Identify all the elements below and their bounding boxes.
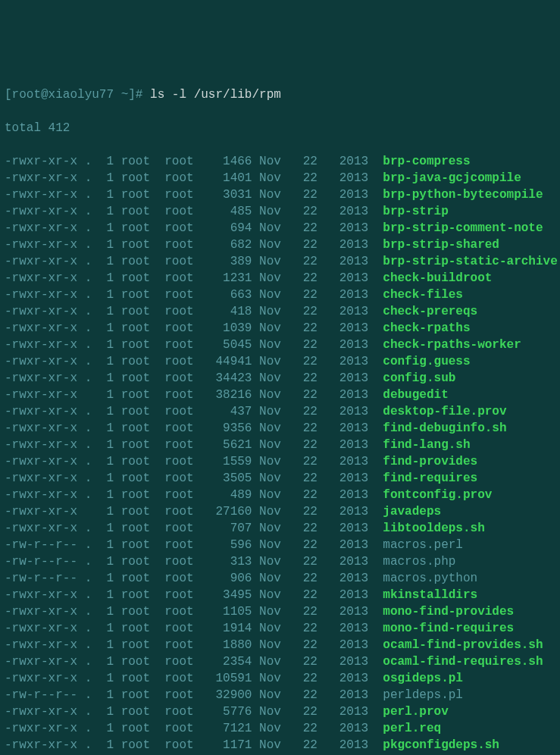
file-name: macros.php: [383, 553, 455, 570]
link-count: 1: [99, 653, 114, 670]
file-size: 418: [208, 303, 252, 320]
link-count: 1: [99, 703, 114, 720]
file-size: 596: [208, 537, 252, 553]
file-size: 3505: [208, 470, 252, 487]
file-size: 32900: [208, 687, 252, 703]
file-month: Nov: [259, 503, 288, 520]
file-size: 3031: [208, 186, 252, 203]
file-permissions: -rw-r--r--: [5, 687, 77, 703]
selinux-dot: .: [85, 203, 92, 220]
file-permissions: -rwxr-xr-x: [5, 320, 77, 337]
file-year-time: 2013: [325, 170, 369, 186]
file-permissions: -rwxr-xr-x: [5, 403, 77, 420]
file-permissions: -rwxr-xr-x: [5, 653, 77, 670]
file-permissions: -rw-r--r--: [5, 570, 77, 587]
file-size: 1914: [208, 620, 252, 637]
file-month: Nov: [259, 287, 288, 303]
file-year-time: 2013: [325, 553, 369, 570]
file-name: mono-find-requires: [383, 620, 514, 637]
file-month: Nov: [259, 470, 288, 487]
file-year-time: 2013: [325, 387, 369, 403]
file-size: 313: [208, 553, 252, 570]
file-group: root: [164, 653, 201, 670]
file-name: macros.perl: [383, 537, 463, 553]
file-day: 22: [296, 287, 318, 303]
file-permissions: -rwxr-xr-x: [5, 303, 77, 320]
link-count: 1: [99, 353, 114, 370]
file-size: 489: [208, 487, 252, 503]
file-name: javadeps: [383, 503, 441, 520]
link-count: 1: [99, 553, 114, 570]
list-item: -rwxr-xr-x . 1 root root 44941 Nov 22 20…: [5, 353, 555, 370]
file-owner: root: [121, 620, 158, 637]
list-item: -rwxr-xr-x . 1 root root 3031 Nov 22 201…: [5, 186, 555, 203]
file-size: 694: [208, 220, 252, 237]
file-month: Nov: [259, 737, 288, 753]
prompt-close: ]#: [128, 86, 142, 103]
file-group: root: [164, 703, 201, 720]
file-group: root: [164, 553, 201, 570]
list-item: -rw-r--r-- . 1 root root 32900 Nov 22 20…: [5, 687, 555, 703]
list-item: -rwxr-xr-x . 1 root root 9356 Nov 22 201…: [5, 420, 555, 437]
file-month: Nov: [259, 670, 288, 687]
file-owner: root: [121, 170, 158, 186]
file-group: root: [164, 320, 201, 337]
file-group: root: [164, 520, 201, 537]
selinux-dot: .: [85, 337, 92, 353]
list-item: -rwxr-xr-x . 1 root root 5045 Nov 22 201…: [5, 337, 555, 353]
file-permissions: -rwxr-xr-x: [5, 420, 77, 437]
list-item: -rwxr-xr-x . 1 root root 7121 Nov 22 201…: [5, 720, 555, 737]
file-day: 22: [296, 370, 318, 387]
file-name: find-debuginfo.sh: [383, 420, 506, 437]
list-item: -rwxr-xr-x . 1 root root 707 Nov 22 2013…: [5, 520, 555, 537]
file-day: 22: [296, 253, 318, 270]
file-owner: root: [121, 303, 158, 320]
link-count: 1: [99, 420, 114, 437]
prompt-user-host: root@xiaolyu77 ~: [12, 86, 129, 103]
file-day: 22: [296, 353, 318, 370]
file-name: mono-find-provides: [383, 603, 514, 620]
file-group: root: [164, 437, 201, 453]
file-year-time: 2013: [325, 287, 369, 303]
file-owner: root: [121, 186, 158, 203]
file-group: root: [164, 453, 201, 470]
file-name: brp-strip-shared: [383, 237, 499, 253]
file-day: 22: [296, 503, 318, 520]
list-item: -rwxr-xr-x . 1 root root 489 Nov 22 2013…: [5, 487, 555, 503]
file-day: 22: [296, 220, 318, 237]
file-day: 22: [296, 270, 318, 287]
terminal-output[interactable]: [root@xiaolyu77 ~]# ls -l /usr/lib/rpm t…: [5, 70, 555, 755]
file-month: Nov: [259, 303, 288, 320]
list-item: -rwxr-xr-x . 1 root root 1880 Nov 22 201…: [5, 637, 555, 653]
file-day: 22: [296, 520, 318, 537]
file-permissions: -rwxr-xr-x: [5, 603, 77, 620]
file-size: 5621: [208, 437, 252, 453]
file-year-time: 2013: [325, 703, 369, 720]
link-count: 1: [99, 437, 114, 453]
file-day: 22: [296, 720, 318, 737]
link-count: 1: [99, 537, 114, 553]
file-name: ocaml-find-requires.sh: [383, 653, 543, 670]
file-year-time: 2013: [325, 503, 369, 520]
file-permissions: -rwxr-xr-x: [5, 270, 77, 287]
link-count: 1: [99, 370, 114, 387]
file-day: 22: [296, 737, 318, 753]
file-owner: root: [121, 470, 158, 487]
list-item: -rwxr-xr-x . 1 root root 1559 Nov 22 201…: [5, 453, 555, 470]
link-count: 1: [99, 270, 114, 287]
file-month: Nov: [259, 553, 288, 570]
file-group: root: [164, 170, 201, 186]
file-day: 22: [296, 153, 318, 170]
file-day: 22: [296, 637, 318, 653]
list-item: -rwxr-xr-x . 1 root root 485 Nov 22 2013…: [5, 203, 555, 220]
selinux-dot: .: [85, 186, 92, 203]
list-item: -rwxr-xr-x . 1 root root 663 Nov 22 2013…: [5, 287, 555, 303]
file-year-time: 2013: [325, 437, 369, 453]
link-count: 1: [99, 470, 114, 487]
file-owner: root: [121, 153, 158, 170]
file-owner: root: [121, 353, 158, 370]
list-item: -rwxr-xr-x . 1 root root 3505 Nov 22 201…: [5, 470, 555, 487]
file-year-time: 2013: [325, 587, 369, 603]
file-size: 27160: [208, 503, 252, 520]
file-name: debugedit: [383, 387, 448, 403]
